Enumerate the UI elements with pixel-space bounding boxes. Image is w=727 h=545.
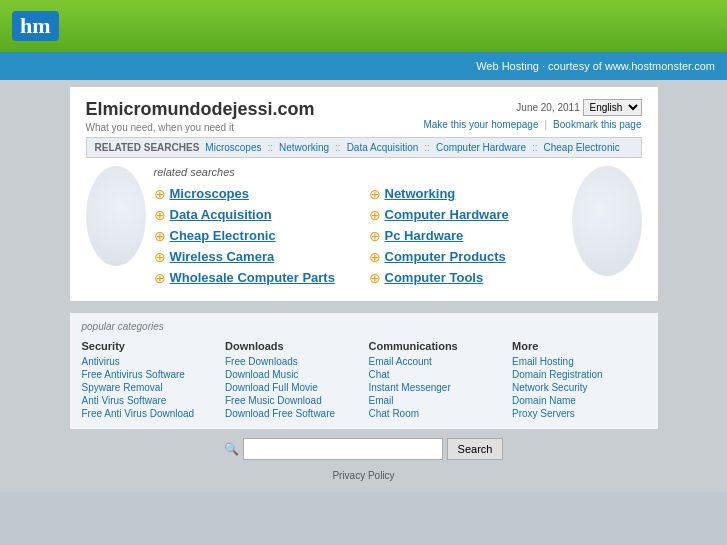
link-free-antivirus[interactable]: Free Antivirus Software: [82, 369, 216, 380]
link-free-music-download[interactable]: Free Music Download: [225, 395, 359, 406]
logo-box: hm: [12, 11, 59, 41]
link-microscopes[interactable]: Microscopes: [170, 186, 249, 201]
popular-col-downloads: Downloads Free Downloads Download Music …: [225, 340, 359, 421]
search-content: related searches ⊕ Microscopes ⊕ Network…: [86, 166, 642, 285]
related-label: RELATED SEARCHES: [95, 142, 200, 153]
list-item: ⊕ Wholesale Computer Parts: [154, 270, 349, 285]
list-item: ⊕ Computer Products: [369, 249, 564, 264]
arrow-icon: ⊕: [369, 229, 381, 243]
link-antivirus[interactable]: Antivirus: [82, 356, 216, 367]
search-box-area: 🔍 Search: [224, 438, 504, 460]
privacy-policy-link[interactable]: Privacy Policy: [332, 470, 394, 481]
site-title: Elmicromundodejessi.com: [86, 99, 315, 120]
divider: |: [545, 119, 548, 130]
arrow-icon: ⊕: [369, 250, 381, 264]
site-subtitle: What you need, when you need it: [86, 122, 315, 133]
link-chat[interactable]: Chat: [369, 369, 503, 380]
bookmark-link[interactable]: Bookmark this page: [553, 119, 641, 130]
list-item: ⊕ Wireless Camera: [154, 249, 349, 264]
link-cheap-electronic[interactable]: Cheap Electronic: [170, 228, 276, 243]
list-item: ⊕ Pc Hardware: [369, 228, 564, 243]
top-links: Make this your homepage | Bookmark this …: [423, 119, 641, 130]
language-select[interactable]: English: [583, 99, 642, 116]
link-networking[interactable]: Networking: [385, 186, 456, 201]
logo-icon: hm: [20, 15, 51, 37]
search-button[interactable]: Search: [447, 438, 504, 460]
decorative-circle-left: [86, 166, 146, 266]
link-pc-hardware[interactable]: Pc Hardware: [385, 228, 464, 243]
link-domain-name[interactable]: Domain Name: [512, 395, 646, 406]
top-header: hm: [0, 0, 727, 52]
link-download-free-software[interactable]: Download Free Software: [225, 408, 359, 419]
search-links-area: related searches ⊕ Microscopes ⊕ Network…: [154, 166, 564, 285]
link-email-account[interactable]: Email Account: [369, 356, 503, 367]
top-right: June 20, 2011 English Make this your hom…: [423, 99, 641, 130]
popular-col-communications: Communications Email Account Chat Instan…: [369, 340, 503, 421]
arrow-icon: ⊕: [154, 250, 166, 264]
search-icon: 🔍: [224, 442, 239, 456]
card-top: Elmicromundodejessi.com What you need, w…: [86, 99, 642, 133]
related-searches-heading: related searches: [154, 166, 564, 178]
col-title-more: More: [512, 340, 646, 352]
link-chat-room[interactable]: Chat Room: [369, 408, 503, 419]
main-area: Elmicromundodejessi.com What you need, w…: [0, 80, 727, 492]
link-instant-messenger[interactable]: Instant Messenger: [369, 382, 503, 393]
arrow-icon: ⊕: [154, 187, 166, 201]
related-link-microscopes[interactable]: Microscopes: [205, 142, 261, 153]
link-free-anti-virus-download[interactable]: Free Anti Virus Download: [82, 408, 216, 419]
related-link-data-acquisition[interactable]: Data Acquisition: [347, 142, 419, 153]
popular-col-more: More Email Hosting Domain Registration N…: [512, 340, 646, 421]
popular-title: popular categories: [82, 321, 646, 332]
link-computer-products[interactable]: Computer Products: [385, 249, 506, 264]
list-item: ⊕ Data Acquisition: [154, 207, 349, 222]
link-computer-tools[interactable]: Computer Tools: [385, 270, 484, 285]
arrow-icon: ⊕: [369, 187, 381, 201]
link-email[interactable]: Email: [369, 395, 503, 406]
link-domain-registration[interactable]: Domain Registration: [512, 369, 646, 380]
link-proxy-servers[interactable]: Proxy Servers: [512, 408, 646, 419]
tagline: Web Hosting · courtesy of www.hostmonste…: [476, 60, 715, 72]
col-title-security: Security: [82, 340, 216, 352]
link-anti-virus-software[interactable]: Anti Virus Software: [82, 395, 216, 406]
list-item: ⊕ Cheap Electronic: [154, 228, 349, 243]
date-text: June 20, 2011: [516, 102, 579, 113]
date-display: June 20, 2011 English: [423, 99, 641, 116]
popular-col-security: Security Antivirus Free Antivirus Softwa…: [82, 340, 216, 421]
decorative-circle-right: [572, 166, 642, 276]
col-title-downloads: Downloads: [225, 340, 359, 352]
arrow-icon: ⊕: [154, 229, 166, 243]
list-item: ⊕ Microscopes: [154, 186, 349, 201]
make-homepage-link[interactable]: Make this your homepage: [423, 119, 538, 130]
footer-area: Privacy Policy: [328, 464, 398, 486]
related-link-cheap-electronic[interactable]: Cheap Electronic: [544, 142, 620, 153]
popular-section: popular categories Security Antivirus Fr…: [69, 312, 659, 430]
list-item: ⊕ Computer Tools: [369, 270, 564, 285]
blue-bar: Web Hosting · courtesy of www.hostmonste…: [0, 52, 727, 80]
related-bar: RELATED SEARCHES Microscopes :: Networki…: [86, 137, 642, 158]
popular-grid: Security Antivirus Free Antivirus Softwa…: [82, 340, 646, 421]
link-data-acquisition[interactable]: Data Acquisition: [170, 207, 272, 222]
list-item: ⊕ Computer Hardware: [369, 207, 564, 222]
link-download-music[interactable]: Download Music: [225, 369, 359, 380]
link-wireless-camera[interactable]: Wireless Camera: [170, 249, 275, 264]
white-card: Elmicromundodejessi.com What you need, w…: [69, 86, 659, 302]
list-item: ⊕ Networking: [369, 186, 564, 201]
link-download-full-movie[interactable]: Download Full Movie: [225, 382, 359, 393]
related-link-computer-hardware[interactable]: Computer Hardware: [436, 142, 526, 153]
related-link-networking[interactable]: Networking: [279, 142, 329, 153]
link-free-downloads[interactable]: Free Downloads: [225, 356, 359, 367]
arrow-icon: ⊕: [154, 271, 166, 285]
site-info: Elmicromundodejessi.com What you need, w…: [86, 99, 315, 133]
search-input[interactable]: [243, 438, 443, 460]
link-wholesale-computer-parts[interactable]: Wholesale Computer Parts: [170, 270, 335, 285]
arrow-icon: ⊕: [369, 271, 381, 285]
col-title-communications: Communications: [369, 340, 503, 352]
link-network-security[interactable]: Network Security: [512, 382, 646, 393]
links-grid: ⊕ Microscopes ⊕ Networking ⊕ Data Acquis…: [154, 186, 564, 285]
arrow-icon: ⊕: [369, 208, 381, 222]
link-spyware-removal[interactable]: Spyware Removal: [82, 382, 216, 393]
link-computer-hardware[interactable]: Computer Hardware: [385, 207, 509, 222]
link-email-hosting[interactable]: Email Hosting: [512, 356, 646, 367]
arrow-icon: ⊕: [154, 208, 166, 222]
